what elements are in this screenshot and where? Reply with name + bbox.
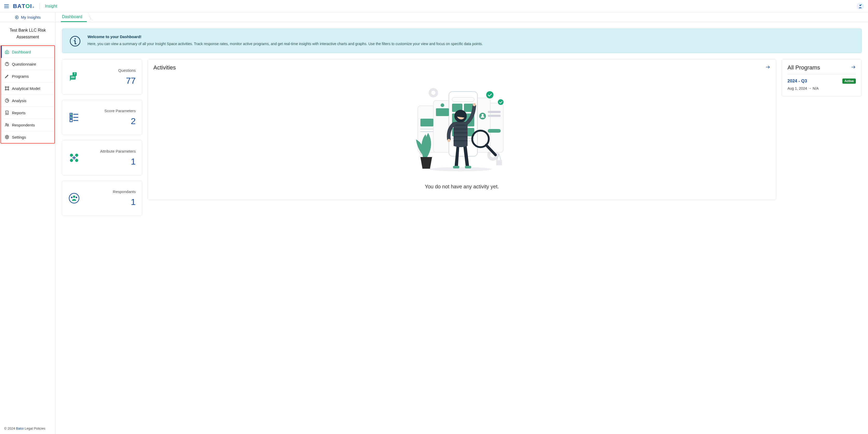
product-name: Insight [45,4,57,8]
add-nodes-icon [68,152,80,163]
welcome-banner: Welcome to your Dashboard! Here, you can… [62,29,862,53]
stat-attribute-parameters: Attribute Parameters 1 [62,140,142,176]
stat-respondents: Respondants 1 [62,181,142,216]
back-label: My Insights [21,15,41,20]
svg-point-10 [6,124,7,125]
svg-point-27 [75,154,78,157]
svg-rect-22 [70,119,72,122]
question-circle-icon [5,62,9,66]
svg-rect-75 [496,160,502,165]
nodes-icon [5,86,9,91]
svg-point-37 [431,91,435,95]
stat-value: 1 [85,156,136,166]
empty-activities-illustration [407,77,516,176]
footer-legal: Legal Policies [25,427,45,430]
sidebar-item-label: Respondents [12,123,35,127]
arrow-right-icon [765,64,770,70]
stat-value: 1 [85,197,136,207]
svg-rect-6 [5,89,6,90]
stat-label: Questions [85,68,136,72]
brand-logo[interactable]: BATOI® [13,3,34,9]
svg-point-32 [69,193,79,203]
pie-chart-icon [5,98,9,103]
sidebar-item-settings[interactable]: Settings [1,131,54,143]
person-icon [858,4,863,9]
svg-point-12 [6,136,8,138]
svg-point-67 [430,167,492,171]
svg-rect-19 [71,78,74,78]
tab-label: Dashboard [62,14,82,19]
svg-point-1 [861,4,862,5]
chevron-right-icon [87,12,92,22]
svg-point-72 [454,110,467,122]
back-my-insights[interactable]: My Insights [0,12,56,22]
svg-rect-5 [8,87,9,88]
sidebar-footer: © 2024 Batoi Legal Policies [0,423,56,434]
menu-toggle[interactable] [4,4,9,8]
footer-link-batoi[interactable]: Batoi [16,427,24,430]
programs-view-all[interactable] [850,64,856,70]
activities-view-all[interactable] [765,64,770,70]
arrow-left-circle-icon [15,15,19,20]
stat-value: 77 [85,76,136,86]
stat-cards-column: ? Questions 77 [62,59,142,216]
stat-label: Respondants [85,189,136,194]
svg-point-63 [486,91,493,98]
svg-point-70 [473,103,476,106]
sidebar-item-reports[interactable]: Reports [1,107,54,119]
sidebar-item-label: Questionnaire [12,62,36,66]
svg-point-33 [73,195,75,198]
sidebar-item-analytical-model[interactable]: Analytical Model [1,83,54,95]
svg-point-66 [482,114,484,116]
report-icon [5,111,9,115]
banner-text: Here, you can view a summary of all your… [88,41,483,47]
svg-point-28 [70,159,73,162]
sidebar-nav: Dashboard Questionnaire Programs Analyti… [1,45,55,144]
svg-rect-58 [436,108,449,116]
svg-point-11 [7,124,8,125]
activities-title: Activities [153,64,176,71]
sidebar-item-label: Programs [12,74,29,79]
sidebar-item-label: Analytical Model [12,86,40,91]
sidebar-item-label: Reports [12,111,26,115]
svg-rect-55 [421,119,433,126]
svg-rect-69 [465,166,471,168]
svg-point-0 [860,5,861,6]
svg-rect-18 [71,76,74,77]
sidebar: Test Bank LLC Risk Assessment Dashboard … [0,22,56,434]
programs-title: All Programs [787,64,820,71]
stat-questions: ? Questions 77 [62,59,142,95]
info-icon [69,35,81,47]
svg-point-26 [70,154,73,157]
svg-rect-60 [488,111,501,113]
svg-point-29 [75,159,78,162]
svg-point-34 [71,197,72,198]
arrow-right-icon [850,64,856,70]
pen-icon [5,74,9,79]
svg-point-64 [498,99,503,105]
stat-value: 2 [85,116,136,126]
activities-panel: Activities [147,59,776,200]
home-icon [5,50,9,54]
sidebar-item-label: Settings [12,135,26,140]
svg-rect-4 [5,87,6,88]
sidebar-item-respondents[interactable]: Respondents [1,119,54,131]
svg-point-35 [75,197,77,198]
svg-rect-7 [8,89,9,90]
sidebar-item-analysis[interactable]: Analysis [1,95,54,107]
sidebar-item-questionnaire[interactable]: Questionnaire [1,58,54,70]
program-name: 2024 - Q3 [787,79,807,84]
sidebar-item-programs[interactable]: Programs [1,70,54,83]
sidebar-item-label: Analysis [12,98,26,103]
program-status-badge: Active [842,79,856,84]
activities-empty-text: You do not have any activity yet. [156,184,768,190]
svg-point-14 [74,38,76,40]
program-item[interactable]: 2024 - Q3 Active Aug 1, 2024 → N/A [787,74,856,91]
footer-prefix: © 2024 [4,427,16,430]
svg-point-71 [447,139,451,142]
svg-rect-68 [453,166,459,168]
sidebar-item-dashboard[interactable]: Dashboard [1,46,54,58]
breadcrumb-dashboard[interactable]: Dashboard [61,12,87,22]
main-content: Welcome to your Dashboard! Here, you can… [56,22,868,434]
user-avatar[interactable] [857,3,864,10]
